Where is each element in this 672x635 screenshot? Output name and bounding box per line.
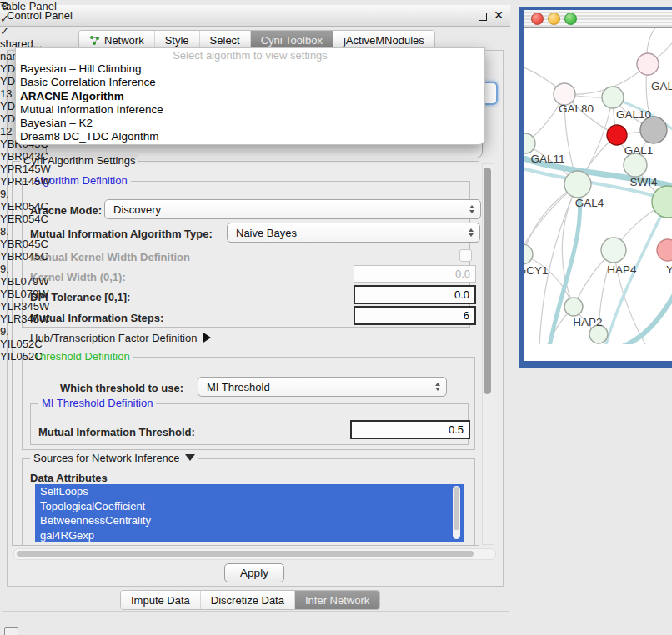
network-canvas[interactable]: GALGAL80GAL10GAL1GAL11SWI4GAL4GCY1HAP4YH… [524,10,672,347]
algorithm-popup-item[interactable]: Dream8 DC_TDC Algorithm [16,130,484,143]
sources-legend[interactable]: Sources for Network Inference [30,452,198,464]
table-cell: YIL052C [0,338,73,350]
network-node[interactable] [602,87,624,108]
scrollbar-thumb[interactable] [484,168,491,394]
scrollbar-thumb[interactable] [17,551,474,557]
spinner-arrows-icon [435,382,440,391]
table-row[interactable]: YLR345WYLR345W9. [0,300,73,338]
cyni-bottom-tabs: Impute Data Discretize Data Infer Networ… [120,590,380,610]
network-node-label: GAL [651,80,672,92]
table-cell: YPR145W [0,162,73,175]
table-row[interactable]: YPR145WYPR145W9. [0,162,73,200]
float-panel-icon[interactable] [479,12,487,21]
tab-cyni-toolbox[interactable]: Cyni Toolbox [251,31,333,49]
tab-network-label: Network [104,34,144,47]
gear-icon[interactable]: ⚙ [0,0,73,12]
minimized-panel-icon[interactable] [4,628,18,635]
algorithm-popup-item[interactable]: Bayesian – Hill Climbing [16,62,484,76]
network-node-label: GAL11 [530,152,564,165]
settings-vertical-scrollbar[interactable] [482,163,494,545]
algorithm-popup-item[interactable]: Bayesian – K2 [16,117,484,130]
network-node[interactable] [607,125,627,145]
minimize-traffic-light-icon[interactable] [548,12,560,25]
apply-button[interactable]: Apply [224,563,284,582]
which-threshold-label: Which threshold to use: [60,382,183,394]
tab-network[interactable]: Network [79,31,155,49]
algorithm-popup-item[interactable]: ARACNE Algorithm [16,90,484,103]
close-traffic-light-icon[interactable] [531,12,544,25]
attribute-list-item[interactable]: BetweennessCentrality [35,513,464,528]
network-canvas-svg: GALGAL80GAL10GAL1GAL11SWI4GAL4GCY1HAP4YH… [524,10,672,344]
network-window-titlebar[interactable] [524,10,672,28]
checked-box-icon[interactable]: ✓ [0,12,73,25]
network-node[interactable] [564,171,591,198]
table-cell: YBL079W [0,288,73,300]
table-cell: YLR345W [0,312,73,325]
attribute-list-item[interactable]: TopologicalCoefficient [35,499,464,514]
network-view-frame: GALGAL80GAL10GAL1GAL11SWI4GAL4GCY1HAP4YH… [519,7,672,368]
spinner-arrows-icon [469,228,474,237]
table-cell: 9. [0,262,73,275]
algorithm-dropdown-popup: Select algorithm to view settings Bayesi… [15,48,485,145]
attributes-scrollbar[interactable] [453,486,460,539]
tab-style[interactable]: Style [155,31,200,49]
table-cell: 8. [0,225,73,238]
network-icon [89,35,100,46]
aracne-mode-select[interactable]: Discovery [104,199,481,219]
table-row[interactable]: YBL079WYBL079W [0,275,73,300]
table-cell: YER054C [0,200,73,212]
table-cell: 9. [0,188,73,200]
network-node[interactable] [524,244,533,264]
network-node[interactable] [657,239,672,261]
network-window: GALGAL80GAL10GAL1GAL11SWI4GAL4GCY1HAP4YH… [524,10,672,361]
algorithm-popup-item[interactable]: Mutual Information Inference [16,103,484,117]
control-panel-titlebar: Control Panel ✕ [0,5,510,27]
checked-box-icon[interactable]: ✓ [0,25,73,38]
kernel-width-input[interactable]: 0.0 [354,265,476,282]
network-edge [611,292,672,344]
tab-infer-network[interactable]: Infer Network [295,591,379,609]
tab-jactivemnodules[interactable]: jActiveMNodules [333,31,434,49]
network-node-label: GAL80 [559,102,594,115]
mi-threshold-input[interactable]: 0.5 [350,420,470,439]
screen: Control Panel ✕ Network Style Select Cyn… [0,0,672,635]
network-node[interactable] [601,238,626,262]
close-icon[interactable]: ✕ [494,8,504,22]
tab-select[interactable]: Select [200,31,251,49]
tab-discretize-data[interactable]: Discretize Data [201,591,295,609]
settings-horizontal-scrollbar[interactable] [13,548,496,560]
table-cell: YER054C [0,212,73,225]
network-node-label: GCY1 [524,264,548,277]
table-row[interactable]: YER054CYER054C8. [0,200,73,238]
table-cell: YBR045C [0,238,73,250]
attribute-list-item[interactable]: gal4RGexp [35,528,464,543]
network-node-label: GAL1 [624,144,654,157]
collapse-down-arrow-icon [185,454,195,461]
network-node[interactable] [624,153,647,177]
algorithm-popup-item[interactable]: Basic Correlation Inference [16,76,484,89]
network-node-label: GAL10 [616,108,651,121]
table-cell: 9. [0,325,73,338]
table-cell: YLR345W [0,300,73,312]
network-node-label: GAL4 [575,197,604,209]
network-node[interactable] [564,298,583,316]
mi-threshold-label: Mutual Information Threshold: [38,426,195,438]
table-cell: YPR145W [0,175,73,188]
panel-divider [2,611,509,612]
which-threshold-select[interactable]: MI Threshold [198,377,447,397]
table-row[interactable]: YIL052CYIL052C [0,338,73,362]
network-node[interactable] [637,53,659,75]
manual-kernel-width-checkbox[interactable] [459,249,472,262]
data-attributes-label: Data Attributes [30,472,108,484]
mi-algorithm-type-select[interactable]: Naive Bayes [227,222,480,242]
table-cell: YBR043C [0,150,73,162]
table-cell: YBR045C [0,250,73,262]
data-attributes-list[interactable]: SelfLoopsTopologicalCoefficientBetweenne… [35,484,464,542]
mi-steps-input[interactable]: 6 [354,306,476,325]
dpi-tolerance-input[interactable]: 0.0 [354,285,476,304]
attribute-list-item[interactable]: SelfLoops [35,484,464,499]
table-row[interactable]: YBR045CYBR045C9. [0,238,73,275]
network-node-label: Y [666,263,672,276]
tab-impute-data[interactable]: Impute Data [121,591,201,609]
zoom-traffic-light-icon[interactable] [564,12,577,25]
